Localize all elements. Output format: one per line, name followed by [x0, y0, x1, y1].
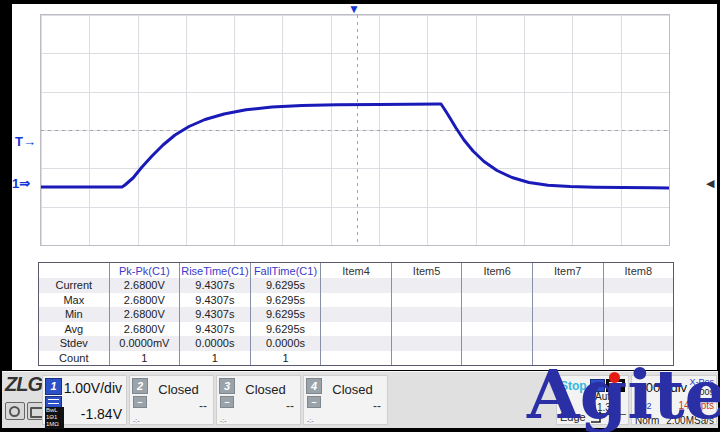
table-header-item6[interactable]: Item6	[461, 263, 532, 278]
table-cell: 9.4307s	[179, 293, 250, 308]
channel3-value: --	[286, 399, 294, 413]
row-label: Stdev	[39, 336, 109, 351]
table-cell	[320, 307, 391, 322]
trigger-marker-label: T	[15, 134, 23, 149]
table-cell	[320, 322, 391, 337]
table-cell	[391, 307, 462, 322]
table-cell: 0.0000s	[179, 336, 250, 351]
table-cell	[532, 278, 603, 293]
table-cell: 1	[250, 351, 321, 366]
scope-display: ▼ T→ 1⇒ ◀ Pk-Pk(C1) RiseTime(C1) FallTim…	[12, 4, 717, 370]
table-cell: 1	[109, 351, 180, 366]
row-label: Min	[39, 307, 109, 322]
channel1-scale: 1.00V/div	[64, 380, 122, 396]
channel4-value: --	[373, 399, 381, 413]
table-row: Max 2.6800V 9.4307s 9.6295s	[39, 293, 673, 308]
channel4-block[interactable]: 4 Closed – -- -:-	[303, 375, 388, 425]
channel2-block[interactable]: 2 Closed – -- -:-	[129, 375, 214, 425]
table-cell	[532, 336, 603, 351]
channel2-state: Closed	[144, 382, 213, 397]
table-cell	[461, 307, 532, 322]
table-header-item8[interactable]: Item8	[603, 263, 674, 278]
channel4-coupling-icon: –	[307, 396, 321, 408]
channel1-offset-marker[interactable]: 1⇒	[12, 176, 30, 191]
table-cell: 2.6800V	[109, 293, 180, 308]
channel1-block[interactable]: 1 1.00V/div BwL 1Θ1 1MΩ -1.84V	[42, 375, 127, 425]
table-cell: 9.6295s	[250, 278, 321, 293]
table-cell: 9.6295s	[250, 322, 321, 337]
table-cell: 0.0000s	[250, 336, 321, 351]
channel4-state: Closed	[318, 382, 387, 397]
trigger-level-marker[interactable]: T→	[15, 134, 36, 149]
table-row: Current 2.6800V 9.4307s 9.6295s	[39, 278, 673, 293]
row-label: Avg	[39, 322, 109, 337]
channel3-coupling-icon: –	[220, 396, 234, 408]
table-cell: 2.6800V	[109, 307, 180, 322]
table-cell	[320, 351, 391, 366]
channel2-coupling-icon: –	[133, 396, 147, 408]
table-cell	[320, 336, 391, 351]
channel1-offset: -1.84V	[81, 406, 122, 422]
waveform-plot	[40, 14, 670, 246]
table-header-pkpk[interactable]: Pk-Pk(C1)	[109, 263, 180, 278]
table-cell	[461, 278, 532, 293]
channel3-block[interactable]: 3 Closed – -- -:-	[216, 375, 301, 425]
agitek-logo-dot-icon	[609, 372, 620, 383]
table-cell: 1	[179, 351, 250, 366]
table-cell	[603, 293, 674, 308]
table-cell	[603, 278, 674, 293]
table-cell: 9.4307s	[179, 278, 250, 293]
right-edge-marker-icon: ◀	[706, 177, 714, 190]
table-cell	[532, 307, 603, 322]
table-header-corner	[39, 263, 109, 278]
table-cell: 9.4307s	[179, 322, 250, 337]
table-header-row: Pk-Pk(C1) RiseTime(C1) FallTime(C1) Item…	[39, 263, 673, 278]
channel3-state: Closed	[231, 382, 300, 397]
table-header-falltime[interactable]: FallTime(C1)	[250, 263, 321, 278]
table-cell	[391, 336, 462, 351]
channel2-sub: -:-	[133, 417, 140, 424]
table-cell	[532, 322, 603, 337]
table-cell	[461, 293, 532, 308]
trigger-marker-arrow-icon: →	[23, 134, 36, 149]
table-cell	[461, 322, 532, 337]
table-cell: 9.6295s	[250, 307, 321, 322]
table-row: Avg 2.6800V 9.4307s 9.6295s	[39, 322, 673, 337]
channel4-sub: -:-	[307, 417, 314, 424]
agitek-watermark: Agitek	[527, 360, 720, 428]
table-row: Min 2.6800V 9.4307s 9.6295s	[39, 307, 673, 322]
table-cell: 2.6800V	[109, 278, 180, 293]
table-cell	[391, 278, 462, 293]
table-cell	[391, 293, 462, 308]
table-cell	[532, 293, 603, 308]
channel3-sub: -:-	[220, 417, 227, 424]
row-label: Max	[39, 293, 109, 308]
table-cell	[603, 322, 674, 337]
table-cell: 0.0000mV	[109, 336, 180, 351]
table-cell	[603, 307, 674, 322]
touch-gesture-icon[interactable]	[5, 402, 25, 420]
table-header-item5[interactable]: Item5	[391, 263, 462, 278]
table-cell	[320, 278, 391, 293]
measurement-table: Pk-Pk(C1) RiseTime(C1) FallTime(C1) Item…	[38, 262, 674, 366]
table-cell: 9.6295s	[250, 293, 321, 308]
table-row: Stdev 0.0000mV 0.0000s 0.0000s	[39, 336, 673, 351]
table-cell	[320, 293, 391, 308]
channel1-marker-arrow-icon: ⇒	[19, 176, 30, 191]
table-cell	[461, 351, 532, 366]
channel2-value: --	[199, 399, 207, 413]
table-header-item7[interactable]: Item7	[532, 263, 603, 278]
brand-area: ZLG®	[5, 373, 41, 427]
table-header-item4[interactable]: Item4	[320, 263, 391, 278]
row-label: Current	[39, 278, 109, 293]
zlg-logo: ZLG	[5, 373, 42, 395]
table-cell	[461, 336, 532, 351]
table-cell	[603, 336, 674, 351]
table-cell	[391, 322, 462, 337]
channel1-badge[interactable]: 1	[45, 378, 62, 395]
channel1-probe-info: BwL 1Θ1 1MΩ	[45, 407, 64, 429]
table-cell: 2.6800V	[109, 322, 180, 337]
waveform-trace-c1	[41, 15, 669, 245]
table-cell: 9.4307s	[179, 307, 250, 322]
table-header-risetime[interactable]: RiseTime(C1)	[179, 263, 250, 278]
